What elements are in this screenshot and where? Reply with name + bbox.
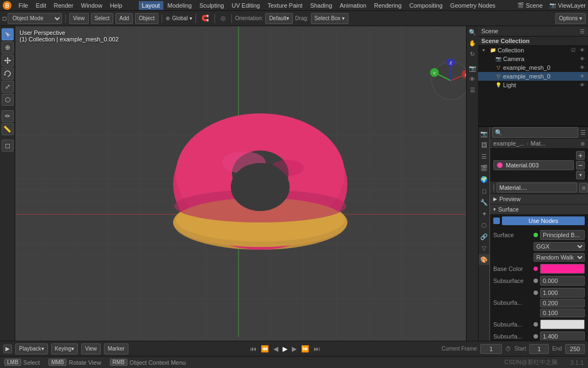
- options-btn[interactable]: Options ▾: [555, 13, 586, 24]
- menu-window[interactable]: Window: [78, 1, 106, 10]
- marker-menu[interactable]: Marker: [104, 343, 128, 354]
- restrict-render-icon[interactable]: 👁: [578, 46, 586, 54]
- viewport-pan[interactable]: ✋: [468, 38, 477, 48]
- material-props-icon[interactable]: 🎨: [479, 254, 489, 265]
- subsurface1-val3[interactable]: 0.100: [540, 309, 585, 317]
- menu-file[interactable]: File: [15, 1, 32, 10]
- constraints-props-icon[interactable]: 🔗: [479, 231, 489, 242]
- annotate-tool-btn[interactable]: ✏: [2, 110, 14, 122]
- rotate-tool-btn[interactable]: [2, 68, 14, 80]
- snapping-toggle[interactable]: 🧲: [199, 15, 211, 22]
- viewlayer-selector[interactable]: 📷 ViewLayer: [549, 2, 586, 9]
- keying-menu[interactable]: Keying ▾: [51, 343, 78, 354]
- physics-props-icon[interactable]: ⬡: [479, 220, 489, 231]
- tab-rendering[interactable]: Rendering: [371, 1, 405, 10]
- menu-render[interactable]: Render: [51, 1, 77, 10]
- viewport-toggle-xray[interactable]: ☰: [468, 85, 477, 95]
- light-hide-icon[interactable]: 👁: [578, 81, 586, 89]
- outliner-item-mesh-2[interactable]: ▽ example_mesh_0 👁: [478, 72, 588, 81]
- material-name-input[interactable]: [497, 183, 577, 192]
- next-keyframe-btn[interactable]: ⏩: [300, 345, 310, 353]
- viewport-rotate-view[interactable]: ↻: [468, 49, 477, 59]
- world-props-icon[interactable]: 🌍: [479, 174, 489, 185]
- use-nodes-checkbox[interactable]: [493, 218, 500, 224]
- tab-sculpting[interactable]: Sculpting: [196, 1, 227, 10]
- add-cube-btn[interactable]: ◻: [2, 140, 14, 152]
- mesh2-hide-icon[interactable]: 👁: [578, 73, 586, 80]
- tab-modeling[interactable]: Modeling: [164, 1, 195, 10]
- drag-select-box[interactable]: Select Box ▾: [311, 13, 349, 24]
- breadcrumb-material[interactable]: Mat...: [531, 140, 546, 147]
- play-btn[interactable]: ▶: [281, 345, 289, 353]
- scale-tool-btn[interactable]: ⤢: [2, 81, 14, 93]
- viewport-toggle-overlay[interactable]: 👁: [468, 74, 477, 84]
- object-mode-select[interactable]: ◻ Object Mode: [2, 13, 62, 24]
- output-props-icon[interactable]: 🖼: [479, 140, 489, 150]
- current-frame-input[interactable]: 1: [480, 344, 502, 354]
- random-walk-select[interactable]: Random Walk: [534, 253, 585, 262]
- view-layer-props-icon[interactable]: ☰: [479, 151, 489, 162]
- transform-orientations[interactable]: ⊕ Global ▾: [166, 15, 192, 21]
- camera-hide-icon[interactable]: 👁: [578, 55, 586, 63]
- subsurface3-val[interactable]: 1.400: [540, 331, 585, 341]
- tab-geometry-nodes[interactable]: Geometry Nodes: [447, 1, 499, 10]
- material-link-btn[interactable]: ⊕: [579, 183, 588, 192]
- tab-uv-editing[interactable]: UV Editing: [228, 1, 263, 10]
- move-tool-btn[interactable]: [2, 55, 14, 67]
- tab-layout[interactable]: Layout: [139, 1, 163, 10]
- viewport-toggle-perspective[interactable]: 📷: [468, 63, 477, 73]
- proportional-editing[interactable]: ◎: [218, 15, 228, 22]
- props-search-input[interactable]: [492, 127, 578, 138]
- prev-frame-btn[interactable]: ◀: [272, 345, 279, 353]
- jump-start-btn[interactable]: ⏮: [249, 345, 258, 353]
- select-menu-btn[interactable]: Select: [91, 13, 114, 24]
- modifier-props-icon[interactable]: 🔧: [479, 197, 489, 208]
- orientation-default[interactable]: Default ▾: [265, 13, 293, 24]
- jump-end-btn[interactable]: ⏭: [313, 345, 321, 353]
- scene-props-icon[interactable]: 🎬: [479, 162, 489, 173]
- transform-tool-btn[interactable]: ⬡: [2, 94, 14, 106]
- material-remove-btn[interactable]: −: [576, 161, 585, 170]
- material-more-btn[interactable]: ▾: [576, 171, 585, 179]
- object-props-icon[interactable]: ◻: [479, 185, 489, 196]
- outliner-item-collection[interactable]: ▾ 📁 Collection ☑ 👁: [478, 46, 588, 55]
- mat-browse-icon[interactable]: ⊕: [580, 141, 585, 147]
- viewport-zoom-in[interactable]: 🔍: [468, 27, 477, 37]
- subsurface-value[interactable]: 0.000: [540, 276, 585, 286]
- breadcrumb-mesh[interactable]: example_...: [493, 140, 524, 147]
- tab-shading[interactable]: Shading: [307, 1, 335, 10]
- preview-section-header[interactable]: ▶ Preview: [490, 194, 588, 204]
- filter-icon[interactable]: ☰: [580, 28, 585, 34]
- outliner-item-light[interactable]: 💡 Light 👁: [478, 81, 588, 89]
- surface-section-header[interactable]: ▾ Surface: [490, 204, 588, 214]
- tab-texture-paint[interactable]: Texture Paint: [264, 1, 305, 10]
- prev-keyframe-btn[interactable]: ⏪: [260, 345, 270, 353]
- object-menu-btn[interactable]: Object: [135, 13, 158, 24]
- props-filter-btn[interactable]: ☰: [580, 129, 586, 136]
- add-menu-btn[interactable]: Add: [115, 13, 133, 24]
- viewport[interactable]: User Perspective (1) Collection | exampl…: [15, 26, 478, 341]
- frame-indicator[interactable]: ▶: [3, 345, 12, 353]
- scene-selector[interactable]: 🎬 Scene: [517, 2, 543, 9]
- view-menu-btn[interactable]: View: [69, 13, 89, 24]
- measure-tool-btn[interactable]: 📏: [2, 123, 14, 135]
- select-tool-btn[interactable]: [2, 28, 14, 40]
- menu-help[interactable]: Help: [107, 1, 126, 10]
- menu-edit[interactable]: Edit: [33, 1, 50, 10]
- playback-menu[interactable]: Playback ▾: [15, 343, 48, 354]
- view-timeline-menu[interactable]: View: [81, 343, 101, 354]
- material-add-btn[interactable]: +: [576, 151, 585, 160]
- restrict-viewport-icon[interactable]: ☑: [569, 46, 577, 54]
- outliner-item-camera[interactable]: 📷 Camera 👁: [478, 55, 588, 63]
- material-slot[interactable]: Material.003: [493, 160, 574, 170]
- surface-value[interactable]: Principled B...: [540, 230, 585, 240]
- tab-compositing[interactable]: Compositing: [406, 1, 446, 10]
- ggx-select[interactable]: GGX: [534, 242, 585, 251]
- start-frame-input[interactable]: 1: [529, 344, 549, 354]
- use-nodes-button[interactable]: Use Nodes: [502, 216, 585, 225]
- mesh1-hide-icon[interactable]: 👁: [578, 64, 586, 71]
- base-color-swatch[interactable]: [540, 264, 585, 274]
- subsurface1-val1[interactable]: 1.000: [540, 288, 585, 298]
- subsurface2-swatch[interactable]: [540, 319, 585, 329]
- render-props-icon[interactable]: 📷: [479, 128, 489, 139]
